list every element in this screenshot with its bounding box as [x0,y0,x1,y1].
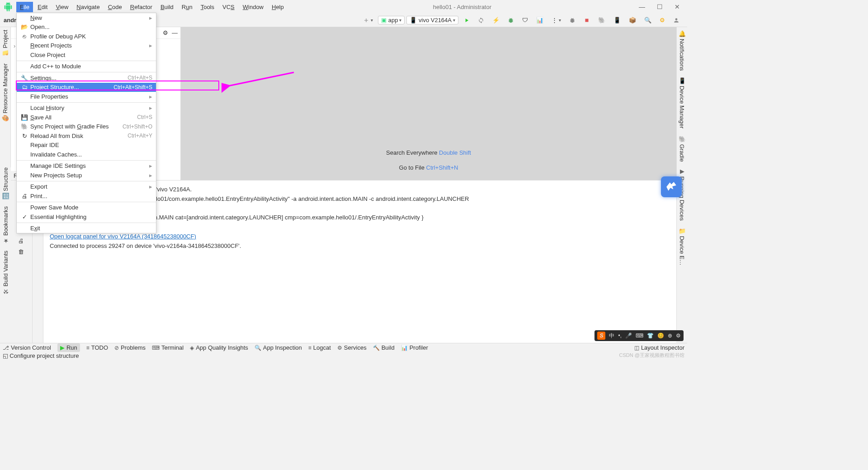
menu-invalidate-caches[interactable]: Invalidate Caches... [17,150,156,159]
assistant-floating-button[interactable] [661,176,682,197]
bb-todo[interactable]: ≡ TODO [86,344,108,351]
sidebar-project[interactable]: 📁 Project [2,30,9,57]
menu-power-save[interactable]: Power Save Mode [17,203,156,213]
menu-reload-disk[interactable]: ↻Reload All from DiskCtrl+Alt+Y [17,131,156,141]
bb-problems[interactable]: ⊘ Problems [114,344,146,351]
more-run-button[interactable]: ⋮ [548,15,564,25]
settings-button[interactable]: ⚙ [656,15,668,25]
maximize-button[interactable]: ☐ [655,2,665,11]
stop-button[interactable] [580,16,593,25]
account-button[interactable] [670,16,683,25]
apply-changes-activity-button[interactable] [475,16,487,25]
menu-view[interactable]: View [52,2,72,12]
menu-recent-projects[interactable]: Recent Projects▸ [17,41,156,51]
clear-all-button[interactable]: 🗑 [18,248,25,256]
apply-code-changes-button[interactable]: ⚡ [489,15,503,25]
profile-button[interactable]: 📊 [533,15,547,25]
menu-exit[interactable]: Exit [17,224,156,233]
bb-version-control[interactable]: ⎇ Version Control [3,344,51,351]
menu-project-structure[interactable]: 🗂Project Structure...Ctrl+Alt+Shift+S [17,83,156,92]
window-title: hello01 - Administrator [288,4,637,10]
menu-sync-gradle[interactable]: 🐘Sync Project with Gradle FilesCtrl+Shif… [17,122,156,132]
sidebar-resource-manager[interactable]: 🎨 Resource Manager [2,63,9,122]
sidebar-gradle[interactable]: 🐘 Gradle [679,135,685,162]
svg-rect-0 [585,19,589,22]
status-bar: ◱ Configure project structure [0,352,687,359]
left-tool-strip-lower: 🔠 Structure ★ Bookmarks ⚒ Build Variants [0,167,11,343]
menu-build[interactable]: Build [157,2,177,12]
status-text: Configure project structure [9,352,79,359]
bb-run[interactable]: ▶ Run [57,343,80,352]
menu-repair-ide[interactable]: Repair IDE [17,141,156,150]
search-everywhere-button[interactable]: 🔍 [641,15,655,25]
menu-run[interactable]: Run [178,2,196,12]
tool-window-toggle[interactable]: ◱ [3,352,8,359]
file-menu: New▸ 📂Open... ⎋Profile or Debug APK Rece… [16,13,156,233]
bb-terminal[interactable]: ⌨ Terminal [152,344,184,351]
menu-code[interactable]: Code [104,2,126,12]
sogou-icon[interactable]: S [597,332,605,340]
bb-profiler[interactable]: 📊 Profiler [401,344,428,351]
bottom-toolbar: ⎇ Version Control ▶ Run ≡ TODO ⊘ Problem… [0,343,687,352]
bb-logcat[interactable]: ≡ Logcat [308,344,331,351]
menu-edit[interactable]: Edit [34,2,51,12]
sidebar-device-manager[interactable]: 📱 Device Manager [679,77,685,128]
menu-export[interactable]: Export▸ [17,182,156,192]
bb-app-quality[interactable]: ◈ App Quality Insights [190,344,248,351]
sidebar-device-explorer[interactable]: 📁 Device E… [679,227,685,266]
menu-save-all[interactable]: 💾Save AllCtrl+S [17,113,156,122]
titlebar: File Edit View Navigate Code Refactor Bu… [0,0,687,14]
menu-file-properties[interactable]: File Properties▸ [17,92,156,101]
add-config-button[interactable] [360,16,376,25]
android-icon [4,2,13,11]
menu-file[interactable]: File [16,2,33,12]
bb-layout-inspector[interactable]: ◫ Layout Inspector [634,344,684,351]
menu-navigate[interactable]: Navigate [73,2,103,12]
menu-local-history[interactable]: Local History▸ [17,104,156,113]
sync-gradle-button[interactable]: 🐘 [595,15,609,25]
menu-essential-highlighting[interactable]: ✓Essential Highlighting [17,212,156,222]
menubar: File Edit View Navigate Code Refactor Bu… [16,2,288,12]
watermark: CSDN @王家视频教程图书馆 [619,352,684,359]
ime-toolbar[interactable]: S中•,🎤⌨👕😊⊕⚙ [594,330,684,341]
sidebar-notifications[interactable]: 🔔 Notifications [679,30,685,71]
svg-point-1 [675,18,678,20]
sidebar-structure[interactable]: 🔠 Structure [2,167,9,200]
device-dropdown[interactable]: 📱 vivo V2164A [406,16,458,24]
minimize-button[interactable]: — [637,2,647,11]
annotation-arrow [222,70,298,97]
menu-print[interactable]: 🖨Print... [17,191,156,201]
menu-new-projects-setup[interactable]: New Projects Setup▸ [17,171,156,180]
bb-app-inspection[interactable]: 🔍 App Inspection [255,344,302,351]
menu-new[interactable]: New▸ [17,13,156,23]
menu-help[interactable]: Help [268,2,288,12]
menu-open[interactable]: 📂Open... [17,23,156,32]
sidebar-build-variants[interactable]: ⚒ Build Variants [2,251,9,295]
breadcrumb: andr [4,17,16,24]
run-button[interactable] [460,16,473,25]
menu-vcs[interactable]: VCS [219,2,238,12]
menu-settings[interactable]: 🔧Settings...Ctrl+Alt+S [17,73,156,83]
sidebar-bookmarks[interactable]: ★ Bookmarks [2,206,9,244]
menu-manage-ide-settings[interactable]: Manage IDE Settings▸ [17,161,156,171]
bb-build[interactable]: 🔨 Build [373,344,395,351]
bb-services[interactable]: ⚙ Services [337,344,367,351]
sdk-manager-button[interactable]: 📦 [626,15,639,25]
svg-line-2 [228,72,294,86]
menu-window[interactable]: Window [239,2,267,12]
proj-hide-icon[interactable]: — [172,29,178,36]
coverage-button[interactable]: 🛡 [519,15,531,25]
close-button[interactable]: ✕ [673,2,682,11]
menu-tools[interactable]: Tools [197,2,218,12]
menu-add-cpp[interactable]: Add C++ to Module [17,62,156,71]
attach-debugger-button[interactable] [566,16,579,25]
menu-refactor[interactable]: Refactor [127,2,156,12]
print-output-button[interactable]: 🖨 [18,237,25,245]
debug-button[interactable] [505,16,517,25]
proj-settings-icon[interactable]: ⚙ [163,29,168,36]
run-config-dropdown[interactable]: ▣ app [378,16,405,24]
menu-profile-apk[interactable]: ⎋Profile or Debug APK [17,32,156,41]
open-logcat-link[interactable]: Open logcat panel for vivo V2164A (34186… [50,233,196,240]
menu-close-project[interactable]: Close Project [17,50,156,60]
avd-manager-button[interactable]: 📱 [610,15,624,25]
